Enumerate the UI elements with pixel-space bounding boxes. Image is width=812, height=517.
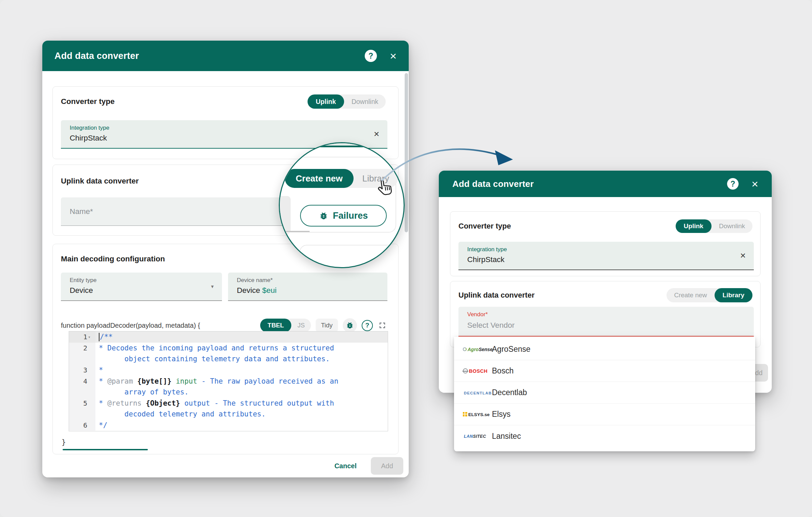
screenshot-canvas: Add data converter ? × Converter type Up… bbox=[0, 0, 812, 517]
code-line: decoded telemetry and attributes. bbox=[69, 409, 388, 420]
clear-icon[interactable]: × bbox=[374, 129, 379, 139]
converter-type-label: Converter type bbox=[458, 222, 511, 231]
name-placeholder: Name* bbox=[70, 207, 93, 216]
toggle-uplink[interactable]: Uplink bbox=[308, 94, 344, 109]
hand-cursor-icon bbox=[377, 178, 394, 199]
toggle-js[interactable]: JS bbox=[291, 322, 311, 329]
vendor-logo-text: BOSCH bbox=[469, 368, 488, 374]
code-text: */ bbox=[95, 421, 107, 429]
help-icon[interactable]: ? bbox=[727, 178, 739, 190]
bug-icon bbox=[319, 211, 328, 220]
close-icon[interactable]: × bbox=[751, 178, 758, 190]
vendor-logo-icon bbox=[463, 347, 467, 351]
toggle-downlink[interactable]: Downlink bbox=[344, 98, 386, 106]
help-icon[interactable]: ? bbox=[365, 50, 377, 62]
integration-type-label: Integration type bbox=[70, 125, 109, 131]
editor-toolbar: TBEL JS Tidy ? bbox=[260, 318, 387, 332]
code-text: array of bytes. bbox=[95, 388, 189, 396]
dialog-title: Add data converter bbox=[452, 179, 534, 189]
code-text: * Decodes the incoming payload and retur… bbox=[95, 344, 334, 352]
code-line: array of bytes. bbox=[69, 387, 388, 398]
vendor-logo-icon bbox=[463, 368, 468, 373]
vendor-label: Vendor* bbox=[467, 311, 488, 318]
integration-type-label: Integration type bbox=[467, 246, 507, 253]
code-text: * @returns {Object} output - The structu… bbox=[95, 399, 334, 407]
clear-icon[interactable]: × bbox=[740, 251, 746, 260]
dialog-footer: Cancel Add bbox=[331, 457, 403, 475]
vendor-logo: DECENTLAB bbox=[463, 390, 484, 396]
dialog-header: Add data converter ? × bbox=[42, 41, 409, 71]
uplink-converter-row: Uplink data converter Create new Library bbox=[458, 288, 752, 303]
entity-type-label: Entity type bbox=[70, 277, 96, 284]
vendor-option[interactable]: DECENTLAB Decentlab bbox=[454, 382, 755, 404]
converter-type-row: Converter type Uplink Downlink bbox=[458, 219, 752, 234]
vendor-select-field[interactable]: Vendor* Select Vendor bbox=[458, 307, 754, 337]
magnified-toggle-create-new[interactable]: Create new bbox=[285, 169, 354, 188]
vendor-logo: LANSITEC bbox=[463, 433, 484, 439]
vendor-logo: AgroSense bbox=[463, 346, 484, 352]
vendor-logo-text: ELSYS.se bbox=[468, 411, 490, 417]
line-number: 6 bbox=[69, 420, 95, 431]
line-number: 3 bbox=[69, 365, 95, 376]
editor-help-icon[interactable]: ? bbox=[362, 320, 373, 331]
vendor-logo-text: DECENTLAB bbox=[464, 390, 492, 396]
add-button-disabled[interactable]: Add bbox=[371, 457, 403, 475]
function-signature: function payloadDecoder(payload, metadat… bbox=[61, 322, 200, 329]
fullscreen-icon[interactable] bbox=[378, 321, 387, 330]
vendor-option[interactable]: BOSCH Bosch bbox=[454, 360, 755, 382]
toggle-uplink[interactable]: Uplink bbox=[676, 219, 712, 233]
integration-type-value: ChirpStack bbox=[467, 255, 504, 264]
toggle-downlink[interactable]: Downlink bbox=[712, 222, 752, 230]
code-line: 4 * @param {byte[]} input - The raw payl… bbox=[69, 375, 388, 387]
device-name-value: Device $eui bbox=[237, 286, 277, 295]
uplink-converter-label: Uplink data converter bbox=[61, 177, 139, 186]
focus-underline bbox=[63, 449, 148, 450]
vendor-logo-text: AgroSense bbox=[468, 346, 493, 352]
dialog-scrollbar[interactable] bbox=[405, 73, 408, 232]
vendor-option[interactable]: ELSYS.se Elsys bbox=[454, 404, 755, 425]
closing-brace: } bbox=[62, 438, 66, 446]
vendor-placeholder: Select Vendor bbox=[467, 321, 515, 330]
tidy-button[interactable]: Tidy bbox=[316, 319, 338, 332]
vendor-option[interactable]: LANSITEC Lansitec bbox=[454, 425, 755, 447]
code-text: /** bbox=[95, 333, 113, 342]
vendor-logo: ELSYS.se bbox=[463, 411, 484, 417]
fold-caret-icon[interactable]: ▾ bbox=[88, 335, 93, 340]
magnifier-callout: Create new Library Failures bbox=[279, 142, 405, 268]
line-number: 5 bbox=[69, 398, 95, 409]
code-editor[interactable]: 1▾ /** 2 * Decodes the incoming payload … bbox=[69, 331, 388, 431]
close-icon[interactable]: × bbox=[390, 50, 397, 62]
line-number: 4 bbox=[69, 375, 95, 387]
code-line: 6 */ bbox=[69, 420, 388, 431]
cancel-button[interactable]: Cancel bbox=[331, 459, 360, 473]
toggle-create-new[interactable]: Create new bbox=[667, 292, 714, 299]
create-library-toggle: Create new Library bbox=[667, 288, 752, 302]
dialog-title: Add data converter bbox=[54, 51, 139, 61]
code-line: 5 * @returns {Object} output - The struc… bbox=[69, 398, 388, 409]
entity-type-select[interactable]: Entity type Device ▼ bbox=[61, 273, 222, 301]
device-name-label: Device name* bbox=[237, 277, 273, 284]
device-name-field[interactable]: Device name* Device $eui bbox=[228, 273, 387, 301]
integration-type-field[interactable]: Integration type ChirpStack × bbox=[458, 242, 754, 270]
vendor-logo: BOSCH bbox=[463, 368, 484, 374]
integration-type-value: ChirpStack bbox=[70, 134, 107, 143]
vendor-name: Bosch bbox=[492, 366, 514, 375]
magnified-underline-fragment bbox=[286, 231, 310, 232]
code-rows-container: 1▾ /** 2 * Decodes the incoming payload … bbox=[69, 331, 388, 431]
converter-type-label: Converter type bbox=[61, 97, 115, 106]
code-line: 2 * Decodes the incoming payload and ret… bbox=[69, 343, 388, 354]
vendor-list: AgroSense AgroSense BOSCH Bosch DECENTLA… bbox=[454, 339, 755, 447]
debug-bug-icon[interactable] bbox=[343, 318, 357, 332]
failures-button[interactable]: Failures bbox=[300, 205, 387, 227]
device-name-variable: $eui bbox=[262, 286, 277, 295]
code-text: * @param {byte[]} input - The raw payloa… bbox=[95, 377, 338, 385]
code-line: 1▾ /** bbox=[69, 331, 388, 343]
vendor-name: Elsys bbox=[492, 410, 511, 419]
line-number bbox=[69, 387, 95, 398]
script-language-toggle: TBEL JS bbox=[260, 319, 311, 332]
toggle-library[interactable]: Library bbox=[715, 288, 752, 302]
line-number: 1▾ bbox=[69, 331, 95, 343]
device-name-static: Device bbox=[237, 286, 262, 295]
toggle-tbel[interactable]: TBEL bbox=[260, 319, 291, 332]
vendor-option[interactable]: AgroSense AgroSense bbox=[454, 339, 755, 360]
